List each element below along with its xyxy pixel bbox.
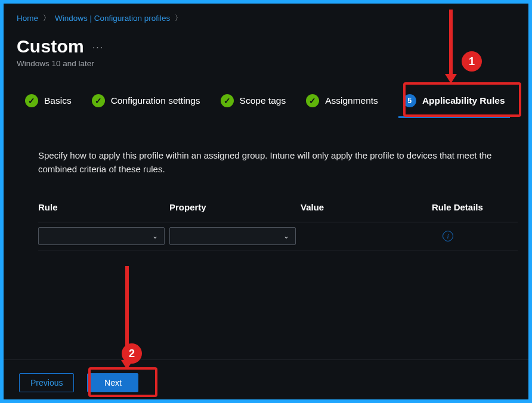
more-actions-button[interactable]: ···: [92, 42, 104, 53]
property-select[interactable]: ⌄: [169, 227, 296, 245]
step-label: Basics: [44, 95, 72, 106]
chevron-right-icon: 〉: [43, 13, 50, 23]
previous-button[interactable]: Previous: [19, 373, 74, 392]
step-configuration-settings[interactable]: ✓ Configuration settings: [92, 94, 200, 107]
breadcrumb: Home 〉 Windows | Configuration profiles …: [17, 13, 518, 23]
step-label: Configuration settings: [111, 95, 200, 106]
check-icon: ✓: [306, 94, 319, 107]
chevron-down-icon: ⌄: [283, 232, 289, 240]
step-scope-tags[interactable]: ✓ Scope tags: [221, 94, 286, 107]
page-subtitle: Windows 10 and later: [17, 59, 518, 68]
rules-grid: Rule Property Value Rule Details ⌄ ⌄ i: [17, 202, 518, 250]
section-description: Specify how to apply this profile within…: [17, 149, 518, 176]
column-header-property: Property: [169, 202, 301, 212]
chevron-down-icon: ⌄: [152, 232, 158, 240]
grid-header-row: Rule Property Value Rule Details: [38, 202, 518, 222]
column-header-details: Rule Details: [432, 202, 518, 212]
step-label: Assignments: [325, 95, 378, 106]
annotation-arrow-head: [445, 74, 457, 83]
page-header: Custom ···: [17, 36, 518, 57]
step-label: Scope tags: [240, 95, 286, 106]
chevron-right-icon: 〉: [175, 13, 182, 23]
step-applicability-rules[interactable]: 5 Applicability Rules: [398, 91, 510, 111]
check-icon: ✓: [221, 94, 234, 107]
step-label: Applicability Rules: [422, 95, 505, 106]
active-tab-underline: [398, 116, 510, 118]
table-row: ⌄ ⌄ i: [38, 222, 518, 250]
check-icon: ✓: [92, 94, 105, 107]
annotation-arrow: [125, 266, 129, 361]
check-icon: ✓: [25, 94, 38, 107]
column-header-rule: Rule: [38, 202, 169, 212]
column-header-value: Value: [301, 202, 432, 212]
step-number-icon: 5: [403, 94, 416, 107]
breadcrumb-home[interactable]: Home: [17, 14, 38, 23]
annotation-marker-2: 2: [122, 343, 142, 364]
info-icon[interactable]: i: [443, 231, 453, 241]
breadcrumb-config-profiles[interactable]: Windows | Configuration profiles: [55, 14, 170, 23]
wizard-steps: ✓ Basics ✓ Configuration settings ✓ Scop…: [17, 91, 518, 111]
rule-select[interactable]: ⌄: [38, 227, 165, 245]
next-button[interactable]: Next: [87, 373, 138, 392]
step-basics[interactable]: ✓ Basics: [25, 94, 72, 107]
annotation-arrow-head: [121, 360, 133, 370]
window-root: Home 〉 Windows | Configuration profiles …: [4, 4, 528, 399]
step-assignments[interactable]: ✓ Assignments: [306, 94, 378, 107]
wizard-footer: Previous Next: [19, 373, 138, 392]
page-title: Custom: [17, 36, 84, 57]
footer-divider: [4, 359, 528, 360]
